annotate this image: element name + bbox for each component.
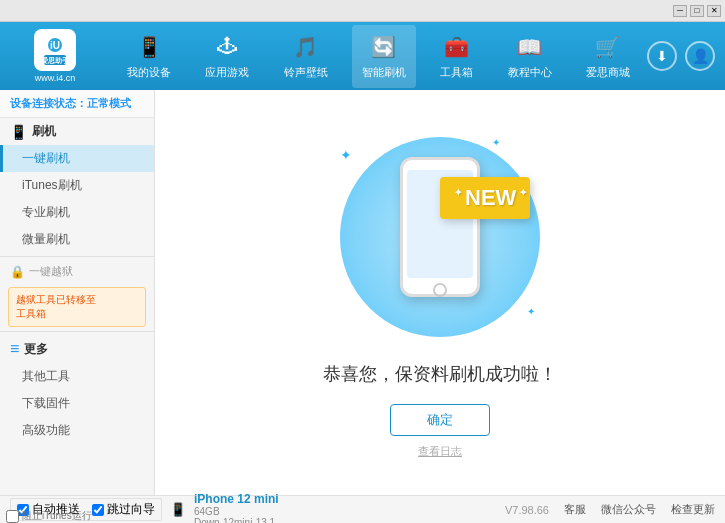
skip-wizard-checkbox[interactable]: 跳过向导 — [92, 501, 155, 518]
device-storage: 64GB — [194, 506, 279, 517]
flash-section-icon: 📱 — [10, 124, 27, 140]
apps-games-icon: 🕹 — [213, 33, 241, 61]
sidebar-divider-2 — [0, 331, 154, 332]
other-tools-label: 其他工具 — [22, 369, 70, 383]
header: iU 爱思助手 www.i4.cn 📱 我的设备 🕹 应用游戏 🎵 铃声壁纸 🔄… — [0, 22, 725, 90]
my-device-icon: 📱 — [135, 33, 163, 61]
header-right: ⬇ 👤 — [647, 41, 715, 71]
logo-url: www.i4.cn — [35, 73, 76, 83]
sidebar-item-pro-flash[interactable]: 专业刷机 — [0, 199, 154, 226]
sparkle-1: ✦ — [340, 147, 352, 163]
bottom-right: V7.98.66 客服 微信公众号 检查更新 — [505, 502, 715, 517]
view-log-link[interactable]: 查看日志 — [418, 444, 462, 459]
skip-wizard-label: 跳过向导 — [107, 501, 155, 518]
check-update-link[interactable]: 检查更新 — [671, 502, 715, 517]
sidebar-item-wipe-flash[interactable]: 微量刷机 — [0, 226, 154, 253]
download-firmware-label: 下载固件 — [22, 396, 70, 410]
jailbreak-notice: 越狱工具已转移至工具箱 — [8, 287, 146, 327]
window-controls[interactable]: ─ □ ✕ — [673, 5, 721, 17]
svg-text:爱思助手: 爱思助手 — [41, 56, 70, 64]
lock-icon: 🔒 — [10, 265, 25, 279]
nav-smart-flash[interactable]: 🔄 智能刷机 — [352, 25, 416, 88]
flash-section-label: 刷机 — [32, 123, 56, 140]
itunes-flash-label: iTunes刷机 — [22, 178, 82, 192]
nav-tutorials-label: 教程中心 — [508, 65, 552, 80]
success-message: 恭喜您，保资料刷机成功啦！ — [323, 362, 557, 386]
phone-illustration: ✦ ✦ ✦ NEW — [330, 127, 550, 347]
wechat-link[interactable]: 微信公众号 — [601, 502, 656, 517]
nav-love-store[interactable]: 🛒 爱思商城 — [576, 25, 640, 88]
nav-items: 📱 我的设备 🕹 应用游戏 🎵 铃声壁纸 🔄 智能刷机 🧰 工具箱 📖 教程中心… — [110, 25, 647, 88]
nav-my-device[interactable]: 📱 我的设备 — [117, 25, 181, 88]
download-button[interactable]: ⬇ — [647, 41, 677, 71]
content-area: ✦ ✦ ✦ NEW 恭喜您，保资料刷机成功啦！ 确定 查看日志 — [155, 90, 725, 495]
pro-flash-label: 专业刷机 — [22, 205, 70, 219]
logo: iU 爱思助手 www.i4.cn — [10, 29, 100, 83]
phone-home-button — [433, 283, 447, 297]
main-area: 设备连接状态：正常模式 📱 刷机 一键刷机 iTunes刷机 专业刷机 微量刷机… — [0, 90, 725, 495]
more-section-label: 更多 — [24, 341, 48, 358]
sidebar-item-download-firmware[interactable]: 下载固件 — [0, 390, 154, 417]
more-section-icon: ≡ — [10, 340, 19, 358]
flash-section-header: 📱 刷机 — [0, 118, 154, 145]
device-info: iPhone 12 mini 64GB Down-12mini-13,1 — [194, 492, 279, 524]
device-name: iPhone 12 mini — [194, 492, 279, 506]
new-badge: NEW — [440, 177, 530, 247]
bottom-bar: 自动推送 跳过向导 📱 iPhone 12 mini 64GB Down-12m… — [0, 495, 725, 523]
jailbreak-section-header: 🔒 一键越狱 — [0, 260, 154, 283]
device-firmware: Down-12mini-13,1 — [194, 517, 279, 524]
more-section-header: ≡ 更多 — [0, 335, 154, 363]
new-ribbon: NEW — [440, 177, 530, 219]
maximize-button[interactable]: □ — [690, 5, 704, 17]
nav-apps-games-label: 应用游戏 — [205, 65, 249, 80]
sidebar-item-itunes-flash[interactable]: iTunes刷机 — [0, 172, 154, 199]
nav-toolbox[interactable]: 🧰 工具箱 — [430, 25, 483, 88]
title-bar: ─ □ ✕ — [0, 0, 725, 22]
love-store-icon: 🛒 — [594, 33, 622, 61]
nav-apps-games[interactable]: 🕹 应用游戏 — [195, 25, 259, 88]
toolbox-icon: 🧰 — [443, 33, 471, 61]
nav-ringtones-label: 铃声壁纸 — [284, 65, 328, 80]
nav-my-device-label: 我的设备 — [127, 65, 171, 80]
advanced-label: 高级功能 — [22, 423, 70, 437]
minimize-button[interactable]: ─ — [673, 5, 687, 17]
connection-status: 设备连接状态：正常模式 — [0, 90, 154, 118]
nav-tutorials[interactable]: 📖 教程中心 — [498, 25, 562, 88]
support-link[interactable]: 客服 — [564, 502, 586, 517]
wipe-flash-label: 微量刷机 — [22, 232, 70, 246]
status-value: 正常模式 — [87, 97, 131, 109]
sidebar-item-other-tools[interactable]: 其他工具 — [0, 363, 154, 390]
sidebar: 设备连接状态：正常模式 📱 刷机 一键刷机 iTunes刷机 专业刷机 微量刷机… — [0, 90, 155, 495]
ringtones-icon: 🎵 — [292, 33, 320, 61]
stop-itunes[interactable]: 阻止iTunes运行 — [0, 509, 98, 523]
sparkle-3: ✦ — [527, 306, 535, 317]
sidebar-item-one-click-flash[interactable]: 一键刷机 — [0, 145, 154, 172]
nav-smart-flash-label: 智能刷机 — [362, 65, 406, 80]
sidebar-divider-1 — [0, 256, 154, 257]
status-label: 设备连接状态： — [10, 97, 87, 109]
version-label: V7.98.66 — [505, 504, 549, 516]
close-button[interactable]: ✕ — [707, 5, 721, 17]
nav-toolbox-label: 工具箱 — [440, 65, 473, 80]
stop-itunes-checkbox[interactable] — [6, 510, 19, 523]
logo-icon: iU 爱思助手 — [34, 29, 76, 71]
sidebar-item-advanced[interactable]: 高级功能 — [0, 417, 154, 444]
confirm-button[interactable]: 确定 — [390, 404, 490, 436]
account-button[interactable]: 👤 — [685, 41, 715, 71]
device-row: 📱 iPhone 12 mini 64GB Down-12mini-13,1 — [170, 492, 279, 524]
nav-ringtones[interactable]: 🎵 铃声壁纸 — [274, 25, 338, 88]
stop-itunes-label: 阻止iTunes运行 — [22, 509, 92, 523]
nav-love-store-label: 爱思商城 — [586, 65, 630, 80]
smart-flash-icon: 🔄 — [370, 33, 398, 61]
one-click-flash-label: 一键刷机 — [22, 151, 70, 165]
svg-text:iU: iU — [50, 40, 60, 51]
tutorials-icon: 📖 — [516, 33, 544, 61]
jailbreak-label: 一键越狱 — [29, 264, 73, 279]
jailbreak-notice-text: 越狱工具已转移至工具箱 — [16, 294, 96, 319]
sparkle-2: ✦ — [492, 137, 500, 148]
device-icon: 📱 — [170, 502, 186, 517]
